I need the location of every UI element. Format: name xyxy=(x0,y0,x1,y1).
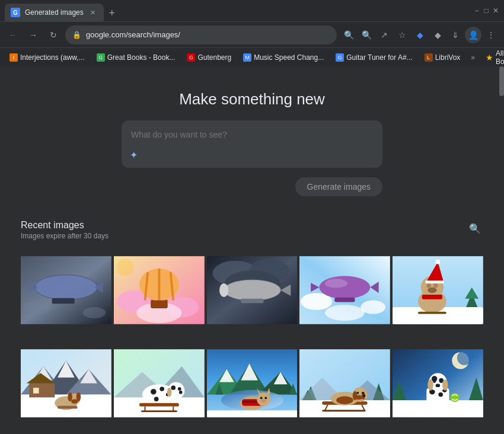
svg-point-105 xyxy=(261,399,266,402)
bookmark-item-musicspeed[interactable]: M Music Speed Chang... xyxy=(238,51,328,64)
bookmark-star-icon[interactable]: ☆ xyxy=(394,27,410,43)
svg-rect-62 xyxy=(33,388,39,394)
image-cell-7[interactable] xyxy=(114,338,205,429)
new-tab-button[interactable]: + xyxy=(104,5,120,21)
svg-point-67 xyxy=(76,392,81,401)
bookmark-label-6: LibriVox xyxy=(435,53,461,62)
browser-tab-active[interactable]: G Generated images ✕ xyxy=(5,4,104,21)
tab-favicon: G xyxy=(11,8,20,17)
svg-point-34 xyxy=(325,279,347,288)
generate-button[interactable]: Generate images xyxy=(295,177,382,196)
menu-icon[interactable]: ⋮ xyxy=(483,27,499,43)
maximize-button[interactable]: □ xyxy=(483,7,490,14)
svg-rect-3 xyxy=(52,298,75,304)
recent-search-button[interactable]: 🔍 xyxy=(467,220,483,237)
svg-point-48 xyxy=(433,283,438,288)
bookmarks-bar: I Interjections (aww,... G Great Books -… xyxy=(0,47,504,66)
bookmark-favicon-1: I xyxy=(9,53,18,62)
svg-point-7 xyxy=(83,307,106,318)
bookmark-favicon-4: M xyxy=(243,53,251,62)
svg-point-129 xyxy=(457,350,472,365)
image-cell-1[interactable] xyxy=(21,245,111,336)
all-bookmarks-button[interactable]: ★ All Bookmarks xyxy=(481,47,504,66)
svg-point-46 xyxy=(436,260,441,264)
bookmark-item-gutenberg[interactable]: G Gutenberg xyxy=(182,51,236,64)
bookmark-favicon-5: G xyxy=(336,53,344,62)
svg-rect-51 xyxy=(422,295,442,299)
spark-icon: ✦ xyxy=(130,149,138,161)
toolbar-actions: 🔍 🔍 ↗ ☆ ◆ ◆ ⇓ 👤 ⋮ xyxy=(340,27,499,43)
svg-point-47 xyxy=(426,283,431,288)
svg-point-141 xyxy=(428,379,433,391)
tab-close-button[interactable]: ✕ xyxy=(88,8,98,17)
svg-point-143 xyxy=(433,380,436,383)
svg-rect-117 xyxy=(323,410,366,411)
svg-point-125 xyxy=(362,392,364,394)
svg-point-86 xyxy=(179,391,183,394)
download-icon[interactable]: ⇓ xyxy=(447,27,464,43)
reload-button[interactable]: ↻ xyxy=(45,27,62,43)
svg-point-77 xyxy=(154,397,159,401)
scrollbar-thumb[interactable] xyxy=(499,66,504,96)
recent-title-area: Recent images Images expire after 30 day… xyxy=(21,220,109,240)
image-cell-6[interactable] xyxy=(21,338,111,429)
svg-point-104 xyxy=(264,397,267,399)
address-bar[interactable]: 🔒 google.com/search/images/ xyxy=(65,25,337,44)
forward-button[interactable]: → xyxy=(25,27,42,43)
svg-point-142 xyxy=(442,379,448,391)
bookmark-item-greatbooks[interactable]: G Great Books - Book... xyxy=(92,51,180,64)
bookmark-label-5: Guitar Tuner for A#... xyxy=(346,53,412,62)
image-grid xyxy=(21,245,483,429)
svg-point-84 xyxy=(178,387,181,391)
generate-input[interactable] xyxy=(131,130,373,149)
image-cell-9[interactable] xyxy=(299,338,390,429)
svg-point-144 xyxy=(440,380,443,383)
bookmark-label-4: Music Speed Chang... xyxy=(254,53,324,62)
close-button[interactable]: ✕ xyxy=(492,7,499,14)
page-content: Make something new ✦ Generate images Rec… xyxy=(0,66,504,434)
bookmark-item-interjections[interactable]: I Interjections (aww,... xyxy=(5,51,90,64)
generate-title: Make something new xyxy=(179,90,325,108)
image-cell-4[interactable] xyxy=(299,245,390,336)
svg-rect-60 xyxy=(29,383,55,397)
bookmarks-overflow-button[interactable]: » xyxy=(467,51,479,64)
generate-input-wrapper: ✦ xyxy=(122,120,382,168)
lock-icon: 🔒 xyxy=(72,31,81,39)
bookmark-favicon-6: L xyxy=(425,53,433,62)
extension-active-icon[interactable]: ◆ xyxy=(412,27,428,43)
search-icon[interactable]: 🔍 xyxy=(340,27,357,43)
image-cell-8[interactable] xyxy=(207,338,298,429)
svg-point-83 xyxy=(171,385,176,390)
main-content-area: Make something new ✦ Generate images Rec… xyxy=(9,66,495,434)
svg-rect-68 xyxy=(58,406,77,409)
recent-images-title: Recent images xyxy=(21,220,109,231)
scrollbar-track[interactable] xyxy=(499,66,504,434)
image-cell-5[interactable] xyxy=(393,245,483,336)
bookmark-label-2: Great Books - Book... xyxy=(107,53,176,62)
back-button[interactable]: ← xyxy=(5,27,21,43)
profile-icon[interactable]: 👤 xyxy=(465,27,481,43)
svg-point-145 xyxy=(436,384,441,387)
bookmark-label-1: Interjections (aww,... xyxy=(20,53,85,62)
image-cell-10[interactable] xyxy=(393,338,483,429)
minimize-button[interactable]: − xyxy=(473,7,480,14)
recent-images-header: Recent images Images expire after 30 day… xyxy=(21,220,483,240)
bookmark-favicon-3: G xyxy=(187,53,195,62)
extension-icon[interactable]: ◆ xyxy=(429,27,446,43)
svg-point-28 xyxy=(219,283,228,297)
recent-images-subtitle: Images expire after 30 days xyxy=(21,232,109,240)
window-controls: − □ ✕ xyxy=(473,7,499,14)
svg-point-85 xyxy=(167,388,172,397)
svg-rect-50 xyxy=(418,312,446,314)
share-icon[interactable]: ↗ xyxy=(376,27,393,43)
image-cell-3[interactable] xyxy=(207,245,298,336)
svg-rect-16 xyxy=(151,301,168,308)
svg-point-135 xyxy=(439,392,444,397)
bookmark-item-guitartuner[interactable]: G Guitar Tuner for A#... xyxy=(331,51,417,64)
zoom-icon[interactable]: 🔍 xyxy=(358,27,375,43)
recent-images-section: Recent images Images expire after 30 day… xyxy=(21,220,483,429)
image-cell-2[interactable] xyxy=(114,245,205,336)
bookmark-favicon-2: G xyxy=(97,53,105,62)
bookmark-item-librivox[interactable]: L LibriVox xyxy=(420,51,465,64)
svg-point-19 xyxy=(117,259,134,276)
